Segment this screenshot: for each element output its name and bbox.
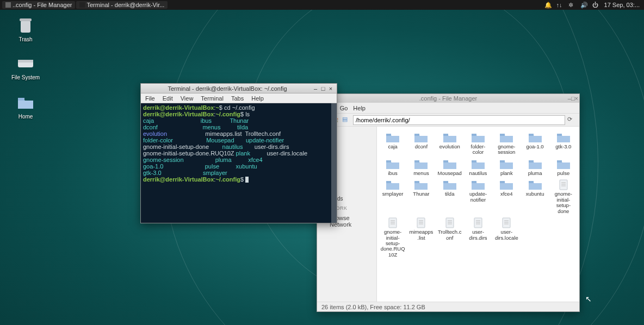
desktop-icon-home[interactable]: Home: [7, 92, 45, 120]
terminal-window[interactable]: Terminal - derrik@derrik-VirtualBox: ~/.…: [140, 83, 337, 223]
folder-item[interactable]: caja: [379, 131, 406, 157]
fm-menubar: View Go Help: [317, 103, 579, 114]
folder-item[interactable]: nautilus: [465, 158, 492, 177]
settings-icon[interactable]: ✲: [568, 2, 575, 8]
folder-icon: [556, 132, 571, 143]
item-label: dconf: [408, 144, 434, 149]
task-label: Terminal - derrik@derrik-Vir...: [86, 2, 164, 8]
item-label: nautilus: [466, 171, 491, 176]
cursor-icon: ↖: [585, 295, 592, 303]
folder-item[interactable]: xfce4: [493, 178, 520, 215]
scrollbar[interactable]: [331, 103, 337, 223]
fm-title-text: .config - File Manager: [419, 95, 477, 102]
folder-item[interactable]: xubuntu: [521, 178, 548, 215]
item-label: user-dirs.dirs: [466, 229, 491, 241]
menu-help[interactable]: Help: [251, 95, 264, 102]
file-item[interactable]: mimeapps.list: [407, 216, 435, 259]
desktop-icon-trash[interactable]: Trash: [7, 15, 45, 42]
file-icon: [414, 217, 428, 228]
fm-icon-grid[interactable]: cajadconfevolutionfolder-colorgnome-sess…: [377, 127, 579, 302]
status-text: 26 items (2.0 kB), Free space: 11.2 GB: [321, 304, 425, 310]
folder-icon: [443, 132, 457, 143]
folder-icon: [16, 92, 35, 112]
folder-icon: [556, 159, 571, 170]
icon-label: Home: [7, 114, 45, 120]
folder-item[interactable]: Mousepad: [436, 158, 463, 177]
item-label: mimeapps.list: [408, 229, 434, 241]
notification-icon[interactable]: 🔔: [544, 2, 551, 8]
folder-item[interactable]: pulse: [550, 158, 577, 177]
file-item[interactable]: Trolltech.conf: [436, 216, 463, 259]
menu-edit[interactable]: Edit: [163, 95, 173, 102]
folder-item[interactable]: gtk-3.0: [550, 131, 577, 157]
item-label: Mousepad: [437, 171, 462, 176]
item-label: pluma: [522, 171, 547, 176]
item-label: xubuntu: [522, 191, 547, 197]
clock[interactable]: 17 Sep, 03:...: [604, 2, 640, 8]
file-item[interactable]: gnome-initial-setup-done: [550, 178, 577, 215]
item-label: update-notifier: [466, 191, 491, 203]
minimize-button[interactable]: –: [312, 85, 319, 92]
top-panel: ..config - File Manager Terminal - derri…: [0, 0, 644, 10]
path-input[interactable]: [353, 115, 565, 125]
taskbar-task-terminal[interactable]: Terminal - derrik@derrik-Vir...: [76, 1, 168, 9]
terminal-output[interactable]: derrik@derrik-VirtualBox:~$ cd ~/.config…: [141, 103, 337, 223]
fm-location-bar: ⬆ 🏠 ▤ ⟳: [317, 114, 579, 127]
maximize-button[interactable]: □: [571, 95, 575, 102]
file-manager-window[interactable]: .config - File Manager – □ × View Go Hel…: [317, 93, 580, 312]
desktop-icon-filesystem[interactable]: File System: [7, 53, 45, 80]
folder-item[interactable]: folder-color: [465, 131, 492, 157]
menu-go[interactable]: Go: [340, 105, 348, 111]
close-button[interactable]: ×: [575, 95, 578, 102]
file-item[interactable]: gnome-initial-setup-done.RUQ10Z: [379, 216, 406, 259]
folder-icon: [414, 179, 428, 190]
folder-item[interactable]: dconf: [407, 131, 435, 157]
menu-file[interactable]: File: [145, 95, 155, 102]
folder-item[interactable]: update-notifier: [465, 178, 492, 215]
folder-item[interactable]: evolution: [436, 131, 463, 157]
item-label: caja: [380, 144, 405, 149]
svg-rect-18: [557, 160, 562, 162]
folder-item[interactable]: pluma: [521, 158, 548, 177]
svg-rect-24: [529, 181, 534, 183]
terminal-titlebar[interactable]: Terminal - derrik@derrik-VirtualBox: ~/.…: [141, 84, 337, 93]
item-label: Trolltech.conf: [437, 229, 462, 241]
folder-icon: [5, 2, 11, 8]
power-icon[interactable]: ⏻: [592, 2, 599, 8]
file-item[interactable]: user-dirs.locale: [493, 216, 520, 259]
folder-item[interactable]: smplayer: [379, 178, 406, 215]
folder-icon: [414, 159, 428, 170]
file-item[interactable]: user-dirs.dirs: [465, 216, 492, 259]
folder-item[interactable]: gnome-session: [493, 131, 520, 157]
refresh-icon[interactable]: ⟳: [567, 116, 576, 124]
taskbar-task-filemanager[interactable]: ..config - File Manager: [2, 1, 75, 9]
folder-icon: [386, 179, 400, 190]
svg-rect-11: [557, 134, 562, 136]
svg-rect-45: [503, 218, 510, 228]
folder-item[interactable]: tilda: [436, 178, 463, 215]
close-button[interactable]: ×: [327, 85, 335, 92]
volume-icon[interactable]: 🔊: [580, 2, 587, 8]
network-icon[interactable]: ↑↓: [556, 2, 563, 8]
item-label: xfce4: [494, 191, 519, 197]
svg-rect-33: [417, 218, 425, 228]
folder-item[interactable]: Thunar: [407, 178, 435, 215]
svg-rect-29: [389, 218, 397, 228]
fm-titlebar[interactable]: .config - File Manager – □ ×: [317, 94, 579, 103]
folder-icon: [528, 159, 542, 170]
folder-item[interactable]: ibus: [379, 158, 406, 177]
menu-tabs[interactable]: Tabs: [231, 95, 244, 102]
item-label: menus: [408, 171, 434, 176]
item-label: gnome-initial-setup-done.RUQ10Z: [380, 229, 405, 258]
svg-rect-0: [21, 21, 30, 33]
fm-statusbar: 26 items (2.0 kB), Free space: 11.2 GB: [317, 302, 579, 311]
menu-terminal[interactable]: Terminal: [201, 95, 224, 102]
folder-item[interactable]: menus: [407, 158, 435, 177]
maximize-button[interactable]: □: [319, 85, 327, 92]
folder-item[interactable]: plank: [493, 158, 520, 177]
menu-view[interactable]: View: [181, 95, 194, 102]
svg-rect-4: [18, 98, 24, 101]
folder-item[interactable]: goa-1.0: [521, 131, 548, 157]
menu-help[interactable]: Help: [353, 105, 366, 111]
item-label: tilda: [437, 191, 462, 197]
